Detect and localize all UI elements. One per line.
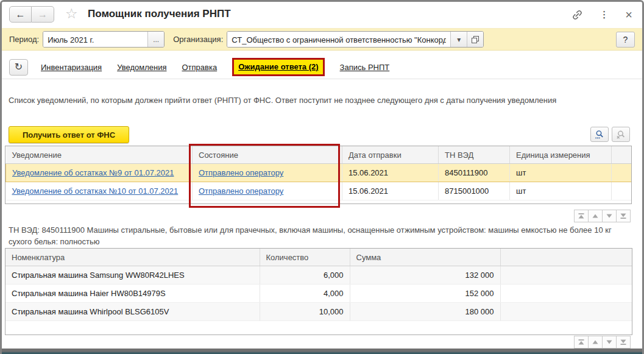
scroll-top-icon <box>578 339 585 345</box>
column-header-empty <box>500 249 632 266</box>
unit-cell[interactable]: шт <box>510 164 612 182</box>
scroll-top-button[interactable] <box>574 210 589 222</box>
search-buttons <box>590 127 630 142</box>
page-title: Помощник получения РНПТ <box>88 8 231 20</box>
table-row[interactable]: Стиральная машина Whirlpool BLSG6105V 10… <box>5 303 632 321</box>
column-header-empty <box>612 146 632 164</box>
period-choose-button[interactable]: ... <box>147 32 164 47</box>
scroll-up-button[interactable] <box>588 210 603 222</box>
unit-cell[interactable]: шт <box>510 182 612 200</box>
ellipsis-icon: ... <box>153 35 159 44</box>
chevron-down-icon: ▾ <box>457 35 461 44</box>
description-text: Список уведомлений, по которым должен пр… <box>9 96 628 105</box>
more-menu-icon[interactable]: ⋮ <box>600 9 609 20</box>
table2-scroll-buttons <box>574 336 631 349</box>
table1-scroll-buttons <box>574 210 631 222</box>
nomenclature-cell[interactable]: Стиральная машина Haier HW80B14979S <box>5 285 260 303</box>
annotation-box-awaiting-tab: Ожидание ответа (2) <box>232 58 324 76</box>
empty-cell <box>500 285 632 303</box>
scroll-top-icon <box>578 213 585 219</box>
cancel-search-icon <box>616 130 626 140</box>
help-button[interactable]: ? <box>616 32 635 48</box>
forward-arrow-icon: → <box>38 9 48 20</box>
organization-open-button[interactable] <box>467 32 483 47</box>
scroll-bottom-button[interactable] <box>616 210 631 222</box>
scroll-up-button[interactable] <box>588 336 603 349</box>
organization-label: Организация: <box>173 35 223 44</box>
table-row[interactable]: Уведомление об остатках №10 от 01.07.202… <box>6 182 632 200</box>
search-icon <box>595 130 604 140</box>
back-button[interactable]: ← <box>9 6 32 23</box>
nomenclature-cell[interactable]: Стиральная машина Samsung WW80R42LHES <box>5 266 260 285</box>
question-mark-icon: ? <box>623 35 628 44</box>
column-header-quantity: Количество <box>260 249 350 266</box>
tnved-cell[interactable]: 8715001000 <box>439 182 510 200</box>
table-header-row: Номенклатура Количество Сумма <box>5 249 632 266</box>
window-bottom-edge <box>2 349 642 354</box>
empty-cell <box>612 164 632 182</box>
scroll-top-button[interactable] <box>574 336 589 349</box>
empty-cell <box>612 182 632 200</box>
sum-cell[interactable]: 132 000 <box>350 266 500 285</box>
scroll-down-button[interactable] <box>602 210 617 222</box>
table-row[interactable]: Стиральная машина Samsung WW80R42LHES 6,… <box>5 266 632 285</box>
state-link[interactable]: Отправлено оператору <box>199 186 283 196</box>
notification-link[interactable]: Уведомление об остатках №9 от 01.07.2021 <box>12 168 174 177</box>
back-arrow-icon: ← <box>16 9 26 20</box>
tab-sending[interactable]: Отправка <box>182 63 217 72</box>
empty-cell <box>500 266 632 285</box>
state-link[interactable]: Отправлено оператору <box>199 168 283 177</box>
organization-field-group: ▾ <box>227 31 484 48</box>
empty-cell <box>500 303 632 321</box>
sum-cell[interactable]: 152 000 <box>350 285 500 303</box>
notification-link[interactable]: Уведомление об остатках №10 от 01.07.202… <box>12 186 179 196</box>
open-form-icon <box>471 35 479 44</box>
table-row[interactable]: Стиральная машина Haier HW80B14979S 4,00… <box>5 285 632 303</box>
close-icon[interactable]: × <box>625 8 632 22</box>
titlebar-actions: ⋮ × <box>571 7 632 23</box>
sum-cell[interactable]: 180 000 <box>350 303 500 321</box>
scroll-bottom-icon <box>620 213 627 219</box>
scroll-down-button[interactable] <box>602 336 617 349</box>
quantity-cell[interactable]: 6,000 <box>260 266 350 285</box>
sent-date-cell[interactable]: 15.06.2021 <box>342 164 439 182</box>
filter-bar: Период: ... Организация: ▾ ? <box>2 28 642 51</box>
nomenclature-cell[interactable]: Стиральная машина Whirlpool BLSG6105V <box>5 303 260 321</box>
tab-inventory[interactable]: Инвентаризация <box>41 63 102 72</box>
cancel-search-button[interactable] <box>612 127 630 142</box>
get-fns-answer-button[interactable]: Получить ответ от ФНС <box>9 126 129 143</box>
column-header-sum: Сумма <box>350 249 500 266</box>
column-header-sent-date: Дата отправки <box>342 146 439 164</box>
organization-dropdown-button[interactable]: ▾ <box>450 32 467 47</box>
organization-input[interactable] <box>227 32 450 47</box>
scroll-bottom-icon <box>620 339 627 345</box>
items-table: Номенклатура Количество Сумма Стиральная… <box>5 248 632 335</box>
sent-date-cell[interactable]: 15.06.2021 <box>342 182 439 200</box>
search-button[interactable] <box>590 127 609 142</box>
table-row[interactable]: Уведомление об остатках №9 от 01.07.2021… <box>6 164 632 182</box>
tnved-info-text: ТН ВЭД: 8450111900 Машины стиральные, бы… <box>9 224 636 247</box>
period-input[interactable] <box>43 32 147 47</box>
quantity-cell[interactable]: 10,000 <box>260 303 350 321</box>
refresh-icon: ↻ <box>15 61 23 73</box>
period-field-group: ... <box>43 31 165 48</box>
notifications-table: Уведомление Состояние Дата отправки ТН В… <box>5 146 632 204</box>
tab-awaiting-reply[interactable]: Ожидание ответа (2) <box>234 60 322 74</box>
tnved-cell[interactable]: 8450111900 <box>439 164 510 182</box>
tab-rnpt-record[interactable]: Запись РНПТ <box>340 63 390 72</box>
get-link-icon[interactable] <box>571 9 583 21</box>
scroll-down-icon <box>606 213 613 219</box>
table-header-row: Уведомление Состояние Дата отправки ТН В… <box>6 146 632 164</box>
column-header-nomenclature: Номенклатура <box>5 249 260 266</box>
refresh-button[interactable]: ↻ <box>9 59 28 76</box>
scroll-up-icon <box>592 339 599 345</box>
column-header-state: Состояние <box>193 146 342 164</box>
scroll-bottom-button[interactable] <box>616 336 631 349</box>
column-header-notification: Уведомление <box>6 146 193 164</box>
tab-notifications[interactable]: Уведомления <box>117 63 166 72</box>
forward-button[interactable]: → <box>32 6 54 23</box>
app-window: ← → ☆ Помощник получения РНПТ ⋮ × <box>0 0 644 354</box>
quantity-cell[interactable]: 4,000 <box>260 285 350 303</box>
favorite-star-icon[interactable]: ☆ <box>65 5 78 22</box>
tab-bar: ↻ Инвентаризация Уведомления Отправка Ож… <box>2 55 642 79</box>
